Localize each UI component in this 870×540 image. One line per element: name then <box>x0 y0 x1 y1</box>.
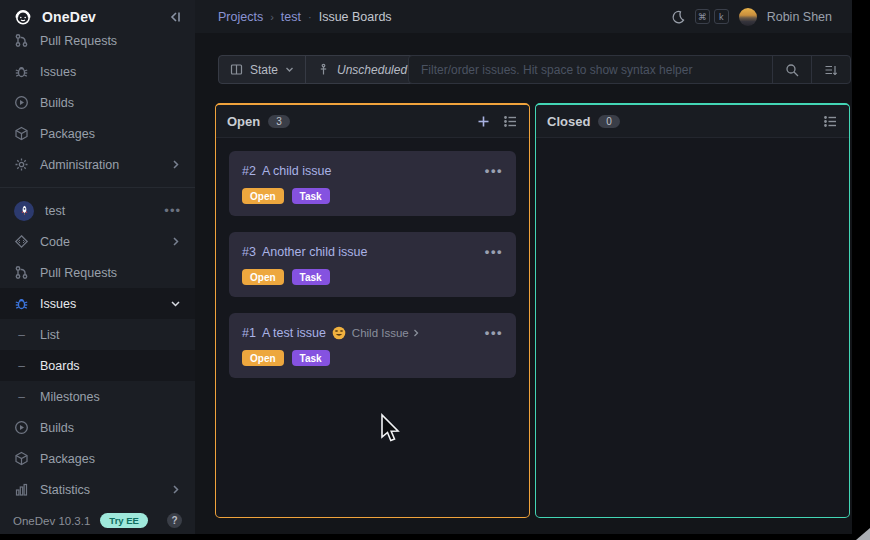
open-column-cards: #2 A child issue ••• Open Task #3 Anothe… <box>216 138 529 391</box>
user-name[interactable]: Robin Shen <box>767 10 832 24</box>
try-ee-badge[interactable]: Try EE <box>100 513 148 528</box>
search-button[interactable] <box>772 56 811 83</box>
sidebar-item-issues[interactable]: Issues <box>0 56 195 87</box>
sidebar-item-administration[interactable]: Administration <box>0 149 195 180</box>
sidebar-item-project-packages[interactable]: Packages <box>0 443 195 474</box>
sidebar-item-packages[interactable]: Packages <box>0 118 195 149</box>
laughing-emoji-icon <box>332 326 346 340</box>
column-count-badge: 0 <box>598 115 620 128</box>
column-count-badge: 3 <box>268 115 290 128</box>
state-dropdown-label: State <box>250 63 278 77</box>
state-dropdown[interactable]: State <box>219 56 305 83</box>
sidebar-item-issues-list[interactable]: – List <box>0 319 195 350</box>
resize-corner-artifact <box>856 528 870 540</box>
cmd-key-icon: ⌘ <box>695 9 710 24</box>
breadcrumb-projects-link[interactable]: Projects <box>218 10 263 24</box>
app-title: OneDev <box>42 9 96 25</box>
code-diamond-icon <box>14 234 29 249</box>
project-menu-kebab-icon[interactable]: ••• <box>164 203 181 218</box>
sidebar-header: OneDev <box>0 0 195 33</box>
issue-number[interactable]: #3 <box>242 245 256 259</box>
package-icon <box>14 451 29 466</box>
sidebar-item-label: Packages <box>40 127 95 141</box>
filter-input[interactable] <box>409 56 772 83</box>
issue-title[interactable]: A test issue <box>262 326 326 340</box>
pull-request-icon <box>14 33 29 48</box>
project-name: test <box>45 204 65 218</box>
issue-card[interactable]: #3 Another child issue ••• Open Task <box>229 232 516 297</box>
board-column-closed: Closed 0 <box>535 103 850 518</box>
sidebar-item-label: List <box>40 328 59 342</box>
state-badge: Open <box>242 350 284 366</box>
bug-icon <box>14 64 29 79</box>
issue-title[interactable]: A child issue <box>262 164 331 178</box>
sidebar-item-statistics[interactable]: Statistics <box>0 474 195 505</box>
sidebar: Pull Requests Issues Builds <box>0 33 195 534</box>
state-badge: Open <box>242 269 284 285</box>
breadcrumb-separator: · <box>308 11 312 23</box>
sidebar-item-project-pull-requests[interactable]: Pull Requests <box>0 257 195 288</box>
card-menu-kebab-icon[interactable]: ••• <box>485 163 503 178</box>
user-avatar[interactable] <box>739 8 757 26</box>
column-menu-icon[interactable] <box>503 114 518 129</box>
milestone-icon <box>317 63 330 76</box>
board-toolbar-group: State Unscheduled <box>218 55 435 84</box>
filter-bar <box>408 55 851 84</box>
sort-order-icon <box>824 63 838 77</box>
version-label: OneDev 10.3.1 <box>13 515 90 527</box>
sidebar-item-project-builds[interactable]: Builds <box>0 412 195 443</box>
sidebar-item-issues-boards[interactable]: – Boards <box>0 350 195 381</box>
project-avatar-rocket-icon <box>14 201 34 221</box>
column-title: Closed <box>547 114 590 129</box>
type-badge: Task <box>292 350 330 366</box>
breadcrumb: Projects › test · Issue Boards <box>195 0 415 33</box>
mouse-cursor <box>378 413 400 445</box>
top-bar: OneDev Projects › test · Issue Boards ⌘ … <box>0 0 852 33</box>
issue-card[interactable]: #2 A child issue ••• Open Task <box>229 151 516 216</box>
sidebar-item-label: Builds <box>40 421 74 435</box>
issue-title[interactable]: Another child issue <box>262 245 368 259</box>
breadcrumb-separator: › <box>270 11 274 23</box>
board-columns-icon <box>230 63 243 76</box>
sidebar-item-project-issues[interactable]: Issues <box>0 288 195 319</box>
help-icon[interactable]: ? <box>167 513 182 528</box>
sidebar-item-code[interactable]: Code <box>0 226 195 257</box>
dash-icon: – <box>14 389 29 404</box>
dark-mode-icon[interactable] <box>671 10 685 24</box>
issue-number[interactable]: #1 <box>242 326 256 340</box>
order-button[interactable] <box>811 56 850 83</box>
sidebar-item-label: Packages <box>40 452 95 466</box>
sidebar-footer: OneDev 10.3.1 Try EE ? <box>0 507 195 534</box>
sidebar-item-label: Boards <box>40 359 80 373</box>
card-menu-kebab-icon[interactable]: ••• <box>485 244 503 259</box>
column-title: Open <box>227 114 260 129</box>
topbar-right: ⌘ k Robin Shen <box>671 0 852 33</box>
add-card-icon[interactable] <box>476 114 491 129</box>
breadcrumb-project-link[interactable]: test <box>281 10 301 24</box>
sidebar-item-label: Milestones <box>40 390 100 404</box>
main-content: State Unscheduled Open <box>195 33 852 534</box>
sidebar-collapse-icon[interactable] <box>168 10 182 24</box>
keyboard-shortcut-hint[interactable]: ⌘ k <box>695 9 729 24</box>
sidebar-item-pull-requests[interactable]: Pull Requests <box>0 33 195 56</box>
sidebar-item-project-test[interactable]: test ••• <box>0 195 195 226</box>
chevron-right-icon <box>170 236 181 247</box>
child-issue-link[interactable]: Child Issue <box>352 327 420 339</box>
sidebar-item-label: Builds <box>40 96 74 110</box>
child-issue-link-label: Child Issue <box>352 327 409 339</box>
sidebar-item-label: Issues <box>40 65 76 79</box>
column-menu-icon[interactable] <box>823 114 838 129</box>
type-badge: Task <box>292 269 330 285</box>
chevron-down-icon <box>170 298 181 309</box>
sidebar-item-label: Administration <box>40 158 119 172</box>
sidebar-divider <box>0 187 195 188</box>
sidebar-item-builds[interactable]: Builds <box>0 87 195 118</box>
issue-card[interactable]: #1 A test issue Child Issue ••• Open Tas… <box>229 313 516 378</box>
k-key-icon: k <box>714 9 729 24</box>
card-menu-kebab-icon[interactable]: ••• <box>485 325 503 340</box>
sidebar-item-label: Code <box>40 235 70 249</box>
chevron-right-icon <box>170 484 181 495</box>
sidebar-item-label: Statistics <box>40 483 90 497</box>
sidebar-item-issues-milestones[interactable]: – Milestones <box>0 381 195 412</box>
issue-number[interactable]: #2 <box>242 164 256 178</box>
